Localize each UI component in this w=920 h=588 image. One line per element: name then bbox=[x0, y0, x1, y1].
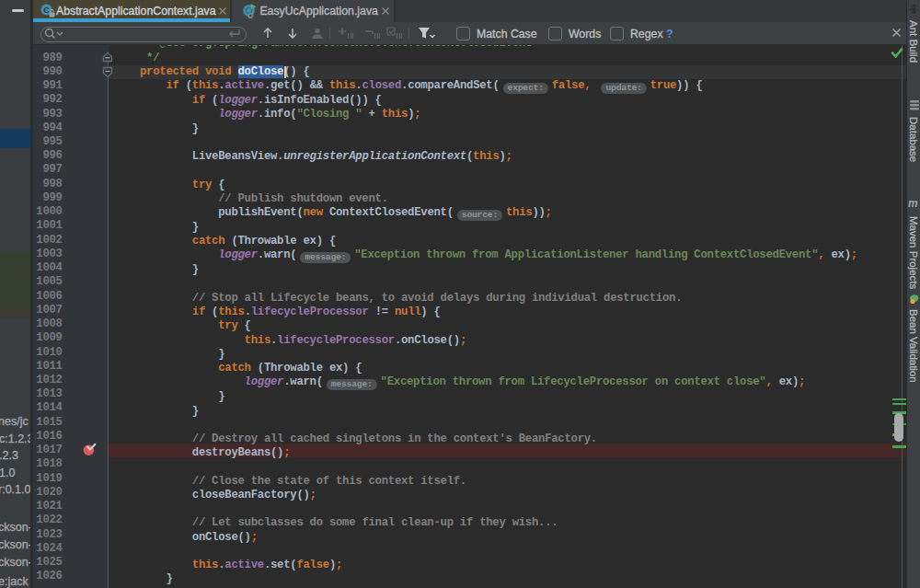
svg-text:C: C bbox=[44, 6, 51, 15]
